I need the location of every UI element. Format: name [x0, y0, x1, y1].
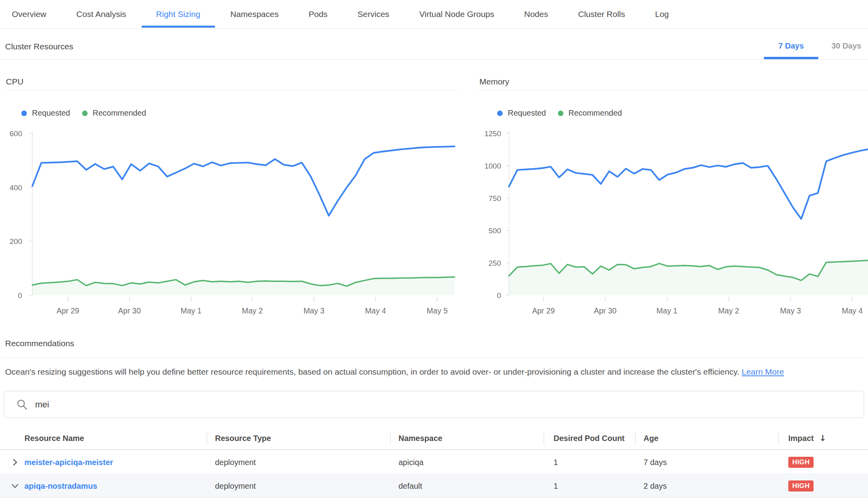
- svg-text:May 3: May 3: [780, 306, 801, 315]
- svg-text:750: 750: [488, 194, 501, 203]
- legend-label: Requested: [32, 109, 70, 118]
- svg-text:May 3: May 3: [303, 306, 324, 315]
- svg-text:1000: 1000: [485, 162, 501, 170]
- column-divider: [544, 432, 544, 445]
- svg-text:400: 400: [9, 184, 22, 192]
- desired-pod-count-cell: 1: [554, 451, 558, 474]
- page-title: Cluster Resources: [5, 42, 73, 51]
- legend-item-requested[interactable]: Requested: [497, 109, 546, 118]
- tab-log[interactable]: Log: [655, 0, 669, 28]
- svg-text:600: 600: [9, 129, 22, 138]
- memory-chart-legend: Requested Recommended: [497, 109, 634, 118]
- cluster-resources-header: Cluster Resources 7 Days 30 Days: [0, 29, 868, 60]
- sort-descending-icon[interactable]: ↓: [819, 433, 826, 443]
- svg-text:May 4: May 4: [365, 306, 386, 315]
- tab-cluster-rolls[interactable]: Cluster Rolls: [578, 0, 625, 28]
- cpu-chart-legend: Requested Recommended: [21, 109, 158, 118]
- legend-label: Requested: [508, 109, 546, 118]
- impact-badge: HIGH: [788, 457, 814, 468]
- time-range-switcher: 7 Days 30 Days: [751, 41, 861, 59]
- memory-chart-canvas: 025050075010001250Apr 29Apr 30May 1May 2…: [478, 127, 868, 319]
- resource-type-cell: deployment: [215, 475, 256, 497]
- column-divider: [778, 432, 779, 445]
- table-row[interactable]: meister-apiciqa-meister deployment apici…: [0, 451, 868, 474]
- column-header-namespace[interactable]: Namespace: [398, 427, 442, 449]
- svg-text:May 1: May 1: [181, 306, 202, 315]
- cpu-chart-canvas: 0200400600Apr 29Apr 30May 1May 2May 3May…: [5, 127, 458, 319]
- range-7-days[interactable]: 7 Days: [778, 41, 804, 59]
- svg-text:500: 500: [488, 227, 501, 235]
- desired-pod-count-cell: 1: [554, 475, 558, 497]
- resource-name-link[interactable]: meister-apiciqa-meister: [24, 458, 113, 467]
- svg-text:Apr 30: Apr 30: [594, 306, 617, 315]
- svg-text:May 1: May 1: [657, 306, 677, 315]
- divider: [3, 358, 865, 358]
- svg-text:250: 250: [488, 259, 501, 267]
- learn-more-link[interactable]: Learn More: [742, 367, 784, 376]
- resource-type-cell: deployment: [215, 451, 256, 474]
- namespace-cell: default: [398, 475, 422, 497]
- svg-text:0: 0: [18, 291, 22, 300]
- impact-label: Impact: [788, 434, 814, 443]
- column-divider: [390, 432, 391, 445]
- tab-overview[interactable]: Overview: [12, 0, 47, 28]
- svg-text:May 5: May 5: [427, 306, 448, 315]
- memory-chart-title: Memory: [478, 77, 868, 86]
- column-header-age[interactable]: Age: [644, 427, 658, 449]
- search-input[interactable]: [34, 399, 864, 410]
- tab-services[interactable]: Services: [357, 0, 389, 28]
- namespace-cell: apiciqa: [398, 451, 423, 474]
- table-row[interactable]: apiqa-nostradamus deployment default 1 2…: [0, 475, 868, 498]
- tab-cost-analysis[interactable]: Cost Analysis: [77, 0, 126, 28]
- cpu-chart-panel: CPU Requested Recommended 0200400600Apr …: [5, 77, 458, 319]
- tab-namespaces[interactable]: Namespaces: [230, 0, 279, 28]
- recommended-legend-marker: [82, 111, 88, 116]
- column-header-desired-pod-count[interactable]: Desired Pod Count: [554, 427, 625, 449]
- svg-text:Apr 29: Apr 29: [532, 306, 555, 315]
- tab-bar: Overview Cost Analysis Right Sizing Name…: [0, 0, 868, 29]
- age-cell: 7 days: [644, 451, 667, 474]
- cpu-chart-title: CPU: [5, 77, 458, 86]
- recommended-legend-marker: [558, 111, 563, 116]
- svg-text:200: 200: [9, 237, 22, 246]
- legend-label: Recommended: [569, 109, 622, 118]
- tab-nodes[interactable]: Nodes: [524, 0, 548, 28]
- range-30-days[interactable]: 30 Days: [831, 41, 861, 59]
- chevron-down-icon[interactable]: [11, 482, 19, 490]
- svg-text:0: 0: [497, 291, 501, 300]
- svg-text:May 4: May 4: [842, 306, 862, 315]
- column-header-impact[interactable]: Impact ↓: [788, 427, 826, 449]
- requested-legend-marker: [497, 111, 503, 116]
- tab-right-sizing[interactable]: Right Sizing: [156, 0, 200, 28]
- table-header: Resource Name Resource Type Namespace De…: [0, 427, 868, 450]
- svg-text:Apr 30: Apr 30: [118, 306, 141, 315]
- age-cell: 2 days: [644, 475, 667, 497]
- column-divider: [635, 432, 636, 445]
- search-icon: [16, 399, 28, 411]
- svg-text:Apr 29: Apr 29: [56, 306, 79, 315]
- legend-label: Recommended: [93, 109, 146, 118]
- column-divider: [207, 432, 207, 445]
- description-text: Ocean's resizing suggestions will help y…: [5, 367, 739, 376]
- divider: [5, 90, 458, 90]
- column-header-resource-type[interactable]: Resource Type: [215, 427, 271, 449]
- svg-text:1250: 1250: [485, 129, 501, 138]
- divider: [478, 90, 868, 90]
- tab-virtual-node-groups[interactable]: Virtual Node Groups: [419, 0, 494, 28]
- impact-badge: HIGH: [788, 480, 814, 491]
- legend-item-recommended[interactable]: Recommended: [82, 109, 146, 118]
- svg-text:May 2: May 2: [242, 306, 263, 315]
- resource-search: [4, 391, 864, 418]
- legend-item-recommended[interactable]: Recommended: [558, 109, 622, 118]
- resource-name-link[interactable]: apiqa-nostradamus: [24, 482, 97, 491]
- recommendations-description: Ocean's resizing suggestions will help y…: [5, 367, 784, 377]
- recommendations-title: Recommendations: [5, 339, 74, 348]
- memory-chart-panel: Memory Requested Recommended 02505007501…: [478, 77, 868, 319]
- legend-item-requested[interactable]: Requested: [21, 109, 70, 118]
- chevron-right-icon[interactable]: [11, 458, 19, 467]
- svg-text:May 2: May 2: [718, 306, 739, 315]
- tab-pods[interactable]: Pods: [309, 0, 327, 28]
- column-header-resource-name[interactable]: Resource Name: [24, 427, 84, 449]
- requested-legend-marker: [21, 111, 27, 116]
